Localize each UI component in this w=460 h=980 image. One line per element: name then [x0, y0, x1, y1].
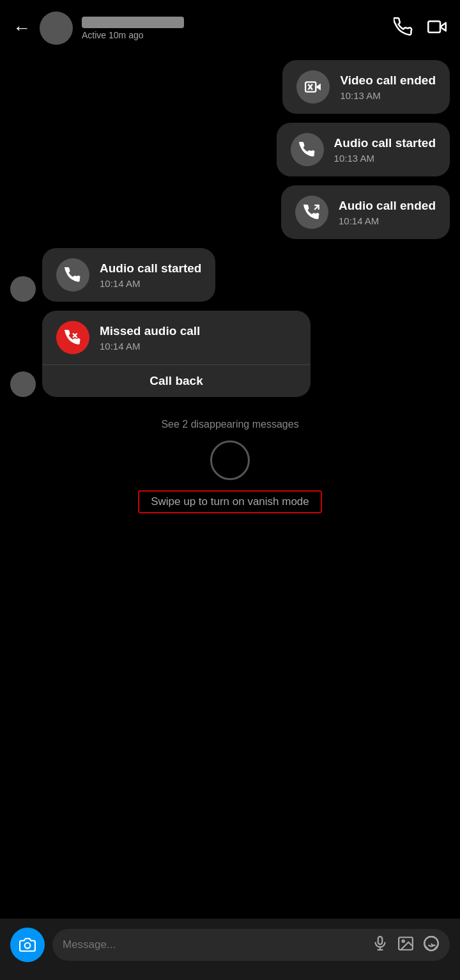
contact-avatar [40, 12, 73, 45]
audio-call-ended-text: Audio call ended 10:14 AM [339, 199, 436, 226]
left-message-row-audio-started: Audio call started 10:14 AM [10, 248, 450, 302]
phone-icon-1 [299, 141, 316, 158]
svg-point-14 [402, 940, 404, 942]
image-icon [397, 935, 414, 952]
video-call-ended-time: 10:13 AM [340, 90, 436, 101]
video-ended-icon [305, 79, 321, 95]
audio-call-started-2-icon-wrap [56, 258, 89, 292]
camera-button[interactable] [10, 928, 45, 962]
left-avatar-audio-started [10, 276, 36, 302]
missed-call-container: Missed audio call 10:14 AM Call back [42, 311, 310, 397]
video-call-ended-icon-wrap [296, 70, 330, 104]
left-message-row-missed: Missed audio call 10:14 AM Call back [10, 311, 450, 397]
video-call-button[interactable] [427, 17, 447, 39]
audio-call-started-2-text: Audio call started 10:14 AM [100, 261, 201, 289]
svg-marker-1 [440, 23, 446, 31]
header-actions [394, 17, 447, 39]
mic-icon [372, 935, 388, 952]
svg-rect-10 [378, 937, 383, 944]
audio-call-started-1-title: Audio call started [334, 136, 436, 150]
contact-status: Active 10m ago [82, 30, 385, 40]
video-header-icon [427, 17, 447, 36]
message-input[interactable] [63, 938, 365, 951]
message-video-call-ended: Video call ended 10:13 AM [282, 60, 450, 114]
vanish-mode-label: Swipe up to turn on vanish mode [138, 490, 322, 513]
chat-area: Video call ended 10:13 AM Audio call sta… [0, 54, 460, 526]
disappearing-text: See 2 disappearing messages [161, 419, 298, 430]
back-icon: ← [13, 18, 31, 38]
audio-call-started-2-title: Audio call started [100, 261, 201, 276]
message-audio-call-ended: Audio call ended 10:14 AM [281, 185, 450, 239]
message-audio-call-started-1: Audio call started 10:13 AM [277, 123, 450, 176]
sticker-button[interactable] [423, 935, 440, 954]
audio-call-ended-icon-wrap [295, 196, 328, 229]
input-right-icons [372, 935, 440, 954]
left-avatar-missed [10, 371, 36, 397]
missed-call-title: Missed audio call [100, 324, 200, 338]
video-call-ended-text: Video call ended 10:13 AM [340, 74, 436, 101]
contact-name-bar [82, 17, 184, 28]
image-button[interactable] [397, 935, 414, 954]
mic-button[interactable] [372, 935, 388, 954]
message-audio-call-started-2: Audio call started 10:14 AM [42, 248, 215, 302]
input-bar [0, 919, 460, 980]
back-button[interactable]: ← [13, 18, 31, 38]
missed-call-text: Missed audio call 10:14 AM [100, 324, 200, 352]
phone-icon-2 [65, 267, 81, 283]
svg-rect-0 [428, 21, 440, 33]
sticker-icon [423, 935, 440, 952]
phone-out-icon [303, 204, 320, 221]
phone-header-icon [394, 17, 413, 36]
video-call-ended-title: Video call ended [340, 74, 436, 88]
audio-call-button[interactable] [394, 17, 413, 39]
vanish-circle [210, 440, 250, 480]
missed-call-top: Missed audio call 10:14 AM [42, 311, 310, 364]
chat-header: ← Active 10m ago [0, 0, 460, 54]
call-back-label: Call back [150, 374, 203, 388]
phone-missed-icon [65, 329, 81, 346]
call-back-button[interactable]: Call back [42, 365, 310, 397]
camera-icon [19, 937, 36, 953]
missed-call-time: 10:14 AM [100, 341, 200, 352]
audio-call-ended-time: 10:14 AM [339, 215, 436, 226]
audio-call-started-1-icon-wrap [291, 133, 324, 166]
message-input-wrap [52, 929, 450, 961]
svg-point-9 [25, 943, 31, 949]
audio-call-started-1-time: 10:13 AM [334, 153, 436, 164]
contact-info: Active 10m ago [82, 17, 385, 40]
audio-call-started-1-text: Audio call started 10:13 AM [334, 136, 436, 164]
missed-call-icon-wrap [56, 321, 89, 354]
audio-call-started-2-time: 10:14 AM [100, 278, 201, 289]
disappearing-section: See 2 disappearing messages Swipe up to … [10, 406, 450, 520]
audio-call-ended-title: Audio call ended [339, 199, 436, 213]
